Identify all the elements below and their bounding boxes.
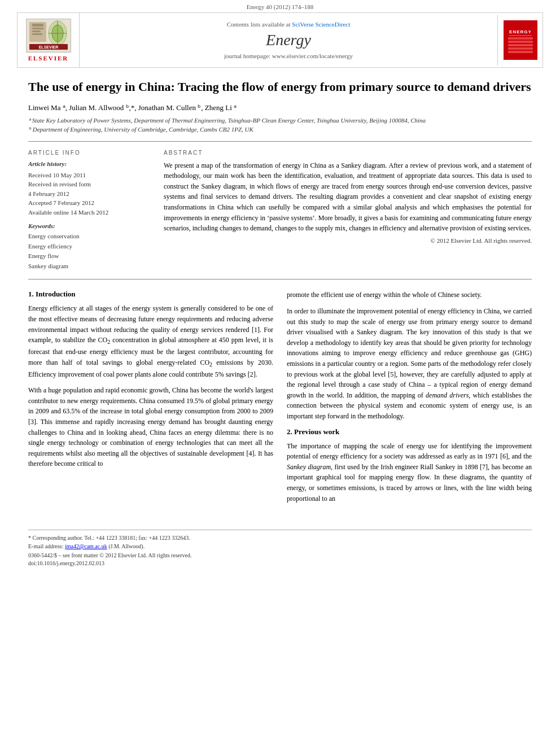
accepted-date: Accepted 7 February 2012 xyxy=(28,198,152,208)
elsevier-brand-text: ELSEVIER xyxy=(28,55,69,62)
elsevier-logo-box: ELSEVIER ELSEVIER xyxy=(18,13,80,67)
keyword-4: Sankey diagram xyxy=(28,261,152,272)
svg-rect-4 xyxy=(32,30,41,32)
body-cols: 1. Introduction Energy efficiency at all… xyxy=(28,290,532,509)
keywords-label: Keywords: xyxy=(28,222,152,229)
received-revised-label: Received in revised form xyxy=(28,180,152,189)
article-info-label: ARTICLE INFO xyxy=(28,150,152,156)
affiliation-b: ᵇ Department of Engineering, University … xyxy=(28,126,532,133)
prev-work-p1: The importance of mapping the scale of e… xyxy=(287,441,532,504)
abstract-text: We present a map of the transformation o… xyxy=(164,160,532,234)
article-info-col: ARTICLE INFO Article history: Received 1… xyxy=(28,150,152,272)
footer-issn: 0360-5442/$ – see front matter © 2012 El… xyxy=(28,552,532,558)
intro-p3: promote the efficient use of energy with… xyxy=(287,290,532,300)
journal-right-logo: ENERGY xyxy=(497,15,542,65)
svg-rect-17 xyxy=(508,44,533,46)
divider-2 xyxy=(28,279,532,279)
authors: Linwei Ma ᵃ, Julian M. Allwood ᵇ,*, Jona… xyxy=(28,103,532,112)
sciverse-line: Contents lists available at SciVerse Sci… xyxy=(227,21,350,28)
svg-rect-18 xyxy=(508,47,533,50)
journal-homepage: journal homepage: www.elsevier.com/locat… xyxy=(224,53,353,59)
sciverse-link[interactable]: SciVerse ScienceDirect xyxy=(292,21,350,28)
article-title: The use of energy in China: Tracing the … xyxy=(28,79,532,95)
footer-doi: doi:10.1016/j.energy.2012.02.013 xyxy=(28,560,532,566)
journal-header: ELSEVIER ELSEVIER Contents lists availab… xyxy=(17,12,543,68)
footer-email-person: (J.M. Allwood). xyxy=(108,543,145,549)
intro-p2: With a huge population and rapid economi… xyxy=(28,385,273,469)
abstract-body: We present a map of the transformation o… xyxy=(164,161,532,233)
intro-p4: In order to illuminate the improvement p… xyxy=(287,306,532,422)
page: Energy 40 (2012) 174–188 ELSEVIER xyxy=(0,0,560,566)
article-content: The use of energy in China: Tracing the … xyxy=(0,68,560,521)
svg-rect-16 xyxy=(508,41,533,43)
svg-rect-3 xyxy=(32,28,43,29)
available-date: Available online 14 March 2012 xyxy=(28,208,152,217)
energy-logo-text: ENERGY xyxy=(505,21,536,59)
svg-rect-2 xyxy=(32,24,43,27)
divider-1 xyxy=(28,141,532,142)
svg-rect-15 xyxy=(508,37,533,40)
abstract-col: ABSTRACT We present a map of the transfo… xyxy=(164,150,532,272)
footer-note: * Corresponding author. Tel.: +44 1223 3… xyxy=(28,534,532,551)
homepage-label: journal homepage: www.elsevier.com/locat… xyxy=(224,53,353,59)
footer-email[interactable]: jma42@cam.ac.uk xyxy=(65,543,107,549)
footer-issn-text: 0360-5442/$ – see front matter © 2012 El… xyxy=(28,552,191,558)
history-label: Article history: xyxy=(28,160,152,167)
footer-email-label: E-mail address: xyxy=(28,543,63,549)
intro-p1: Energy efficiency at all stages of the e… xyxy=(28,303,273,379)
journal-name: Energy xyxy=(266,31,311,49)
body-right-col: promote the efficient use of energy with… xyxy=(287,290,532,509)
footer-note-text: * Corresponding author. Tel.: +44 1223 3… xyxy=(28,535,190,541)
info-abstract-cols: ARTICLE INFO Article history: Received 1… xyxy=(28,150,532,272)
intro-heading-text: 1. Introduction xyxy=(28,290,76,298)
elsevier-image: ELSEVIER xyxy=(26,19,71,53)
received-date: Received 10 May 2011 xyxy=(28,171,152,180)
citation-bar: Energy 40 (2012) 174–188 xyxy=(0,0,560,12)
footer-doi-text: doi:10.1016/j.energy.2012.02.013 xyxy=(28,560,104,566)
body-left-col: 1. Introduction Energy efficiency at all… xyxy=(28,290,273,509)
affiliation-a: ᵃ State Key Laboratory of Power Systems,… xyxy=(28,117,532,124)
copyright: © 2012 Elsevier Ltd. All rights reserved… xyxy=(164,237,532,244)
energy-logo-box: ENERGY xyxy=(504,20,537,60)
received-revised-date: 4 February 2012 xyxy=(28,189,152,199)
prev-work-heading: 2. Previous work xyxy=(287,427,532,436)
citation-text: Energy 40 (2012) 174–188 xyxy=(247,3,314,10)
contents-text: Contents lists available at xyxy=(227,21,291,28)
intro-heading: 1. Introduction xyxy=(28,290,273,299)
svg-rect-5 xyxy=(32,33,42,35)
footer: * Corresponding author. Tel.: +44 1223 3… xyxy=(28,530,532,566)
prev-work-heading-text: 2. Previous work xyxy=(287,427,339,436)
svg-rect-19 xyxy=(508,51,533,53)
keyword-2: Energy efficiency xyxy=(28,242,152,252)
journal-center: Contents lists available at SciVerse Sci… xyxy=(80,16,497,64)
svg-text:ENERGY: ENERGY xyxy=(509,29,532,34)
keyword-3: Energy flow xyxy=(28,251,152,261)
svg-text:ELSEVIER: ELSEVIER xyxy=(38,45,58,49)
keyword-1: Energy conservation xyxy=(28,231,152,242)
abstract-label: ABSTRACT xyxy=(164,150,532,156)
